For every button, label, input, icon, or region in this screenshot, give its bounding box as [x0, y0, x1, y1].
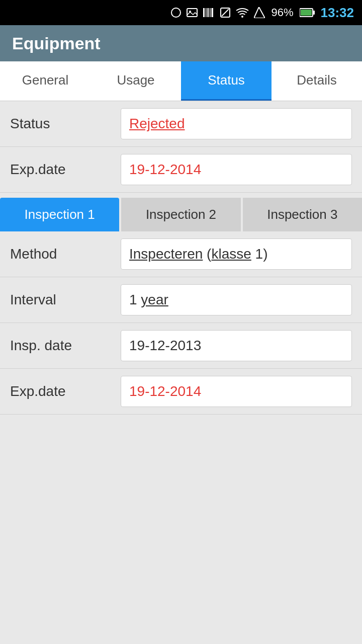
clock: 13:32: [321, 5, 354, 21]
no-signal-icon: [220, 7, 231, 18]
main-tab-bar: General Usage Status Details: [0, 61, 362, 101]
interval-unit: year: [141, 292, 168, 307]
battery-percentage: 96%: [271, 6, 293, 19]
battery-icon: [300, 8, 315, 17]
status-row: Status Rejected: [0, 101, 362, 147]
status-icons: [170, 7, 214, 18]
inspection-tab-3[interactable]: Inspection 3: [243, 198, 362, 231]
svg-rect-7: [212, 8, 214, 17]
interval-row: Interval 1 year: [0, 277, 362, 323]
method-value[interactable]: Inspecteren (klasse 1): [121, 238, 352, 270]
svg-line-9: [222, 9, 229, 16]
circle-icon: [170, 7, 182, 18]
insp-date-row: Insp. date 19-12-2013: [0, 323, 362, 369]
svg-rect-5: [208, 8, 209, 17]
status-bar: 96% 13:32: [0, 0, 362, 25]
app-bar: Equipment: [0, 25, 362, 61]
wifi-icon: [236, 7, 249, 18]
exp-date-value[interactable]: 19-12-2014: [121, 154, 352, 185]
svg-rect-14: [301, 10, 312, 16]
svg-rect-13: [313, 11, 315, 15]
interval-value[interactable]: 1 year: [121, 284, 352, 315]
content-area: Status Rejected Exp.date 19-12-2014 Insp…: [0, 101, 362, 415]
barcode-icon: [203, 7, 214, 18]
tab-general[interactable]: General: [0, 61, 90, 101]
signal-bars-icon: [254, 7, 265, 18]
inspection-tab-bar: Inspection 1 Inspection 2 Inspection 3: [0, 193, 362, 231]
app-title: Equipment: [12, 34, 101, 53]
status-label: Status: [10, 116, 121, 132]
signal-icons: [220, 7, 265, 18]
inspection-tab-2[interactable]: Inspection 2: [121, 198, 240, 231]
method-row: Method Inspecteren (klasse 1): [0, 231, 362, 277]
tab-status[interactable]: Status: [181, 61, 272, 101]
insp-date-value[interactable]: 19-12-2013: [121, 330, 352, 361]
svg-point-10: [241, 16, 243, 18]
method-label: Method: [10, 246, 121, 262]
insp-exp-date-label: Exp.date: [10, 383, 121, 399]
status-value-text: Rejected: [129, 116, 185, 131]
svg-marker-11: [254, 7, 265, 18]
method-inspecteren: Inspecteren: [129, 246, 203, 262]
insp-exp-date-row: Exp.date 19-12-2014: [0, 369, 362, 415]
tab-details[interactable]: Details: [272, 61, 362, 101]
svg-point-0: [171, 8, 180, 17]
svg-rect-4: [206, 8, 207, 17]
method-text: Inspecteren (klasse 1): [129, 246, 268, 262]
tab-usage[interactable]: Usage: [90, 61, 181, 101]
method-klasse: klasse: [211, 246, 251, 262]
exp-date-row: Exp.date 19-12-2014: [0, 147, 362, 193]
inspection-tab-1[interactable]: Inspection 1: [0, 198, 119, 231]
exp-date-label: Exp.date: [10, 162, 121, 178]
status-value[interactable]: Rejected: [121, 108, 352, 139]
interval-label: Interval: [10, 292, 121, 308]
insp-date-label: Insp. date: [10, 338, 121, 354]
svg-rect-3: [203, 8, 205, 17]
insp-exp-date-value[interactable]: 19-12-2014: [121, 376, 352, 407]
svg-rect-6: [210, 8, 211, 17]
image-icon: [187, 7, 198, 18]
